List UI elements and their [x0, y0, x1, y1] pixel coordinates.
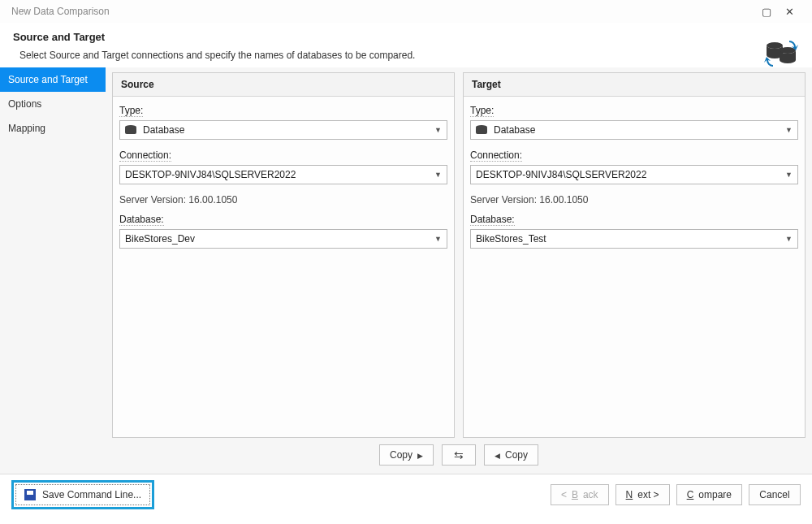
- source-type-label: Type:: [119, 105, 143, 117]
- source-connection-combo[interactable]: DESKTOP-9NIVJ84\SQLSERVER2022 ▼: [119, 165, 447, 184]
- target-type-combo[interactable]: Database ▼: [470, 120, 798, 140]
- source-connection-label: Connection:: [119, 149, 171, 162]
- chevron-down-icon: ▼: [434, 235, 442, 243]
- target-type-value: Database: [494, 124, 779, 136]
- copy-right-label: Copy: [390, 449, 412, 461]
- close-button[interactable]: ✕: [778, 6, 801, 18]
- sidebar: Source and Target Options Mapping: [0, 67, 106, 474]
- arrow-left-icon: [495, 449, 500, 461]
- target-type-label: Type:: [470, 105, 494, 117]
- compare-button[interactable]: CompareCompare: [676, 484, 742, 505]
- copy-to-target-button[interactable]: Copy: [379, 444, 434, 466]
- source-connection-value: DESKTOP-9NIVJ84\SQLSERVER2022: [125, 169, 428, 180]
- target-database-value: BikeStores_Test: [476, 233, 779, 245]
- sidebar-item-source-and-target[interactable]: Source and Target: [0, 67, 106, 92]
- panels: Source Type: Database ▼ Connection: DE: [112, 72, 806, 438]
- source-type-value: Database: [143, 124, 428, 136]
- svg-point-1: [780, 47, 796, 54]
- target-database-combo[interactable]: BikeStores_Test ▼: [470, 229, 798, 249]
- swap-button[interactable]: [442, 444, 476, 466]
- source-database-label: Database:: [119, 214, 164, 226]
- database-icon: [125, 125, 136, 135]
- sidebar-item-mapping[interactable]: Mapping: [0, 116, 106, 141]
- source-database-value: BikeStores_Dev: [125, 233, 428, 245]
- footer: Save Command Line... < BBackack Next >Ne…: [0, 474, 812, 514]
- target-connection-value: DESKTOP-9NIVJ84\SQLSERVER2022: [476, 169, 779, 180]
- target-panel: Target Type: Database ▼ Connection: DE: [463, 72, 806, 438]
- source-panel-header: Source: [113, 73, 454, 97]
- chevron-down-icon: ▼: [785, 171, 793, 179]
- chevron-down-icon: ▼: [785, 126, 793, 134]
- source-type-combo[interactable]: Database ▼: [119, 120, 447, 140]
- chevron-down-icon: ▼: [434, 126, 442, 134]
- chevron-down-icon: ▼: [434, 171, 442, 179]
- body: Source and Target Options Mapping Source…: [0, 67, 812, 474]
- maximize-button[interactable]: ▢: [755, 6, 778, 18]
- swap-icon: [454, 448, 464, 461]
- target-server-version: Server Version: 16.00.1050: [470, 194, 798, 206]
- save-command-line-label: Save Command Line...: [42, 489, 141, 500]
- header: Source and Target Select Source and Targ…: [0, 23, 812, 67]
- source-panel: Source Type: Database ▼ Connection: DE: [112, 72, 455, 438]
- window-title: New Data Comparison: [11, 6, 110, 17]
- target-panel-header: Target: [464, 73, 805, 97]
- sidebar-item-options[interactable]: Options: [0, 92, 106, 116]
- database-icon: [476, 125, 487, 135]
- svg-point-0: [767, 42, 783, 49]
- chevron-down-icon: ▼: [785, 235, 793, 243]
- source-server-version: Server Version: 16.00.1050: [119, 194, 447, 206]
- save-icon: [24, 489, 36, 500]
- target-connection-label: Connection:: [470, 149, 522, 162]
- page-description: Select Source and Target connections and…: [13, 50, 799, 61]
- back-button[interactable]: < BBackack: [551, 484, 609, 505]
- copy-to-source-button[interactable]: Copy: [484, 444, 538, 466]
- arrow-right-icon: [417, 449, 423, 461]
- next-button[interactable]: Next >Next: [615, 484, 670, 505]
- save-command-line-button[interactable]: Save Command Line...: [15, 484, 150, 505]
- target-database-label: Database:: [470, 214, 515, 226]
- target-connection-combo[interactable]: DESKTOP-9NIVJ84\SQLSERVER2022 ▼: [470, 165, 798, 184]
- page-title: Source and Target: [13, 31, 799, 43]
- copy-row: Copy Copy: [112, 438, 806, 469]
- cancel-button[interactable]: Cancel: [749, 484, 801, 505]
- source-database-combo[interactable]: BikeStores_Dev ▼: [119, 229, 447, 249]
- copy-left-label: Copy: [505, 449, 528, 461]
- titlebar: New Data Comparison ▢ ✕: [0, 0, 812, 23]
- save-command-line-highlight: Save Command Line...: [11, 480, 154, 509]
- compare-databases-icon: [763, 36, 799, 71]
- content: Source Type: Database ▼ Connection: DE: [106, 67, 812, 474]
